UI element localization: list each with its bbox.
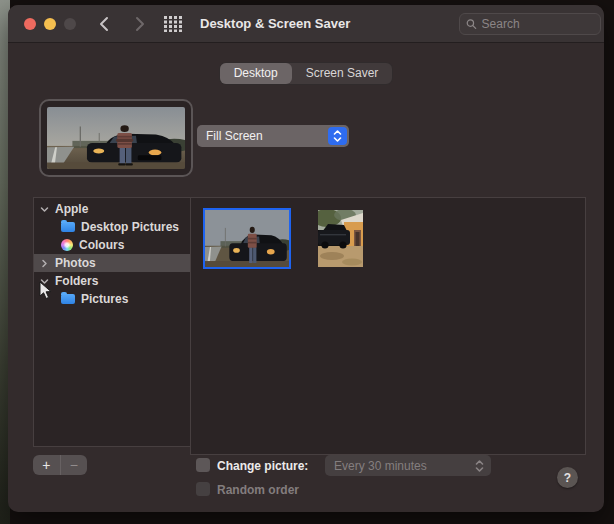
chevron-right-icon[interactable] bbox=[40, 259, 49, 268]
random-order-label: Random order bbox=[217, 483, 299, 497]
tab-desktop[interactable]: Desktop bbox=[220, 63, 292, 84]
sidebar-item-colours[interactable]: Colours bbox=[34, 236, 190, 254]
mouse-cursor bbox=[39, 281, 52, 300]
folder-icon bbox=[61, 294, 75, 304]
wallpaper-thumbnails-pane bbox=[190, 197, 586, 455]
minimize-button[interactable] bbox=[44, 18, 56, 30]
popup-stepper-icon-disabled bbox=[470, 457, 489, 475]
sidebar-label: Colours bbox=[79, 238, 124, 252]
search-field[interactable] bbox=[459, 13, 601, 35]
add-remove-control: + − bbox=[33, 455, 87, 475]
titlebar: Desktop & Screen Saver bbox=[8, 5, 604, 43]
help-button[interactable]: ? bbox=[557, 467, 578, 488]
wallpaper-preview-image bbox=[47, 107, 185, 169]
thumbnail-car-house[interactable] bbox=[318, 210, 363, 267]
show-all-button[interactable] bbox=[164, 16, 182, 32]
desktop-screensaver-window: Desktop & Screen Saver Desktop Screen Sa… bbox=[8, 5, 604, 512]
interval-value: Every 30 minutes bbox=[325, 459, 470, 473]
fill-mode-popup[interactable]: Fill Screen bbox=[197, 125, 349, 147]
chevron-down-icon[interactable] bbox=[40, 205, 49, 214]
forward-button[interactable] bbox=[128, 13, 152, 35]
color-wheel-icon bbox=[61, 239, 73, 251]
sidebar-item-apple[interactable]: Apple bbox=[34, 200, 190, 218]
back-button[interactable] bbox=[92, 13, 116, 35]
folder-icon bbox=[61, 222, 75, 232]
grid-icon bbox=[164, 16, 182, 32]
sidebar-label: Folders bbox=[55, 274, 98, 288]
sidebar-label: Desktop Pictures bbox=[81, 220, 179, 234]
change-picture-checkbox[interactable] bbox=[196, 458, 210, 472]
add-folder-button[interactable]: + bbox=[33, 455, 60, 475]
fill-mode-value: Fill Screen bbox=[197, 129, 328, 143]
zoom-button-disabled[interactable] bbox=[64, 18, 76, 30]
sidebar-item-pictures[interactable]: Pictures bbox=[34, 290, 190, 308]
random-order-checkbox[interactable] bbox=[196, 482, 210, 496]
window-title: Desktop & Screen Saver bbox=[200, 5, 350, 43]
sidebar-label: Pictures bbox=[81, 292, 128, 306]
thumbnail-image bbox=[318, 210, 363, 267]
popup-stepper-icon bbox=[328, 127, 347, 145]
sidebar-item-desktop-pictures[interactable]: Desktop Pictures bbox=[34, 218, 190, 236]
wallpaper-preview-well bbox=[39, 99, 193, 177]
chevron-right-icon bbox=[135, 16, 145, 32]
chevron-left-icon bbox=[99, 16, 109, 32]
sidebar-label: Apple bbox=[55, 202, 88, 216]
thumbnail-car-roadside-selected[interactable] bbox=[203, 208, 291, 269]
remove-folder-button[interactable]: − bbox=[60, 455, 88, 475]
close-button[interactable] bbox=[24, 18, 36, 30]
tab-screen-saver[interactable]: Screen Saver bbox=[292, 63, 393, 84]
source-list: Apple Desktop Pictures Colours Photos Fo… bbox=[33, 197, 190, 447]
sidebar-label: Photos bbox=[55, 256, 96, 270]
thumbnail-image bbox=[205, 210, 289, 267]
search-input[interactable] bbox=[482, 17, 594, 31]
tab-bar: Desktop Screen Saver bbox=[8, 62, 604, 85]
sidebar-item-folders[interactable]: Folders bbox=[34, 272, 190, 290]
interval-popup[interactable]: Every 30 minutes bbox=[325, 455, 491, 476]
search-icon bbox=[466, 18, 477, 30]
change-picture-label: Change picture: bbox=[217, 459, 308, 473]
sidebar-item-photos[interactable]: Photos bbox=[34, 254, 190, 272]
